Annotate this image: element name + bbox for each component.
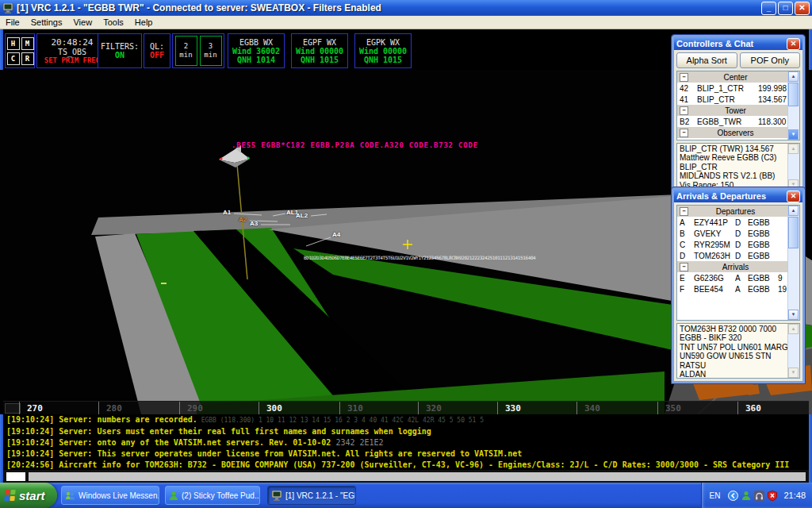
menu-settings[interactable]: Settings (25, 17, 68, 28)
menu-view[interactable]: View (67, 17, 98, 28)
chat-line: [19:10:24] Server: Users must enter thei… (6, 426, 809, 437)
quicklook-toggle[interactable]: QL: OFF (144, 33, 170, 68)
hide-icons-chevron-icon[interactable] (728, 491, 738, 501)
compass-tick (98, 402, 99, 414)
collapse-icon[interactable]: − (680, 207, 688, 216)
start-button[interactable]: start (0, 483, 57, 508)
collapse-icon[interactable]: − (680, 73, 688, 82)
group-header-observers[interactable]: −Observers (677, 127, 799, 138)
chat-log: [19:10:24] Server: numbers are recorded.… (3, 414, 809, 470)
compass-box[interactable] (5, 403, 21, 414)
compass-tick (259, 402, 259, 414)
group-header-arrivals[interactable]: −Arrivals (677, 261, 799, 272)
controller-row[interactable]: B2EGBB_TWR118.300 (677, 116, 799, 127)
compass-tick (418, 402, 419, 414)
compass-tick (497, 402, 498, 414)
task-button-3[interactable]: [1] VRC 1.2.1 - "EGB... (267, 486, 356, 505)
collapse-icon[interactable]: − (680, 129, 688, 137)
group-header-tower[interactable]: −Tower (677, 105, 799, 116)
aircraft-datablock[interactable]: .BE55 EGBB*C182 EGBB.P28A CODE.A320 CODE… (232, 141, 478, 149)
compass-tick (576, 402, 577, 414)
flightplan-line: EGBB - BIKF 320 (680, 333, 797, 342)
arrivals-list-scrollbar[interactable]: ▲ ▼ (787, 206, 799, 320)
filters-label: FILTERS: (101, 42, 139, 51)
controller-info-text: ▲ ▼ BLIP_CTR (TWR) 134.567Matthew Reeve … (676, 143, 800, 190)
runway-marker (161, 283, 167, 284)
flightplan-scrollbar[interactable]: ▲ ▼ (787, 324, 799, 378)
arrivals-panel-titlebar[interactable]: Arrivals & Departures ✕ (674, 190, 802, 202)
starboard-nav-light (247, 156, 249, 159)
title-bar[interactable]: [1] VRC 1.2.1 - "EGBB TWR" - Connected t… (0, 0, 812, 16)
clock-time: 20:48:24 (52, 37, 94, 48)
aircraft-row[interactable]: EG6236GAEGBB9 (677, 272, 799, 283)
controllers-panel-title: Controllers & Chat (676, 39, 753, 48)
collapse-icon[interactable]: − (680, 106, 688, 115)
minimize-button[interactable]: _ (761, 2, 776, 15)
arrivals-departures-list[interactable]: ▲ ▼ −DeparturesAEZY441PDEGBBBGVEKYDEGBBC… (676, 205, 800, 321)
compass-tick (657, 402, 658, 414)
arrivals-panel-title: Arrivals & Departures (676, 191, 766, 201)
alpha-sort-button[interactable]: Alpha Sort (676, 52, 737, 68)
menu-file[interactable]: File (0, 17, 25, 28)
filters-toggle[interactable]: FILTERS: ON (98, 33, 142, 68)
weather-box-egpk[interactable]: EGPK WXWind 00000QNH 1015 (354, 33, 412, 68)
hotkey-c-button[interactable]: C (7, 52, 20, 65)
taskbar-clock[interactable]: 21:48 (783, 491, 806, 500)
prim-freq-warning: SET PRIM FREQ (44, 56, 100, 64)
hotkey-r-button[interactable]: R (21, 52, 34, 65)
menu-tools[interactable]: Tools (98, 17, 129, 28)
arrivals-panel-close-icon[interactable]: ✕ (787, 190, 800, 202)
compass-tick (19, 402, 20, 414)
hotkey-h-button[interactable]: H (7, 37, 20, 50)
info-line: Matthew Reeve EGBB (C3) (680, 153, 797, 162)
task-button-2[interactable]: (2) Sticky Toffee Pud... (165, 486, 260, 505)
command-input-field[interactable] (29, 472, 806, 481)
controller-info-scrollbar[interactable]: ▲ ▼ (787, 144, 799, 190)
collapse-icon[interactable]: − (680, 263, 688, 271)
maximize-button[interactable]: □ (778, 2, 793, 15)
compass-label-320: 320 (426, 403, 442, 414)
controllers-panel-close-icon[interactable]: ✕ (787, 38, 800, 50)
controller-row[interactable]: 42BLIP_1_CTR199.998 (677, 83, 799, 94)
info-line: BLIP_CTR (680, 163, 797, 171)
port-nav-light (220, 157, 222, 160)
flightplan-line: UN590 GOW UN615 STN RATSU (680, 352, 797, 370)
aircraft-row[interactable]: AEZY441PDEGBB (677, 217, 799, 228)
flightplan-line: TNT UN57 POL UN601 MARGO (680, 343, 797, 352)
aircraft-row[interactable]: FBEE454AEGBB19 (677, 283, 799, 294)
pof-only-button[interactable]: POF Only (740, 52, 801, 68)
timer-3min-button[interactable]: 3min (200, 36, 222, 66)
compass-label-300: 300 (266, 403, 282, 414)
close-button[interactable]: ✕ (795, 2, 810, 15)
security-alert-shield-icon[interactable] (768, 491, 777, 501)
group-header-center[interactable]: −Center (677, 71, 799, 83)
controllers-list[interactable]: ▲ ▼ −Center42BLIP_1_CTR199.99841BLIP_CTR… (676, 71, 800, 140)
windows-logo-icon (4, 490, 16, 501)
compass-tick (737, 402, 738, 414)
weather-box-egpf[interactable]: EGPF WXWind 00000QNH 1015 (291, 33, 348, 68)
headphones-icon[interactable] (754, 491, 764, 501)
compass-ribbon[interactable]: 270280290300310320330340350360 (3, 401, 809, 414)
language-indicator[interactable]: EN (710, 491, 721, 500)
timer-button-group: 2min3min (172, 33, 224, 68)
controllers-list-scrollbar[interactable]: ▲ ▼ (787, 71, 799, 140)
compass-label-310: 310 (347, 403, 363, 414)
timer-2min-button[interactable]: 2min (175, 36, 197, 66)
compass-tick (339, 402, 340, 414)
taskbar: start Windows Live Messen...(2) Sticky T… (0, 483, 812, 508)
aircraft-row[interactable]: BGVEKYDEGBB (677, 228, 799, 239)
command-input-line[interactable] (3, 470, 809, 483)
ql-value: OFF (150, 51, 164, 60)
group-header-departures[interactable]: −Departures (677, 206, 799, 217)
task-button-1[interactable]: Windows Live Messen... (61, 486, 159, 505)
controllers-panel-titlebar[interactable]: Controllers & Chat ✕ (674, 37, 802, 50)
hotkey-m-button[interactable]: M (21, 37, 34, 50)
aircraft-row[interactable]: CRYR295MDEGBB (677, 239, 799, 250)
ql-label: QL: (150, 42, 164, 51)
aircraft-row[interactable]: DTOM263HDEGBB (677, 250, 799, 261)
ground-code-string: BD1D2D3D4D5D6D7E8E4E5E6E7T2T3T4T5T6U1U2V… (304, 255, 535, 260)
weather-box-egbb[interactable]: EGBB WXWind 36002QNH 1014 (228, 33, 285, 68)
menu-help[interactable]: Help (129, 17, 159, 28)
controller-row[interactable]: 41BLIP_CTR134.567 (677, 94, 799, 105)
messenger-status-icon[interactable] (741, 491, 751, 501)
